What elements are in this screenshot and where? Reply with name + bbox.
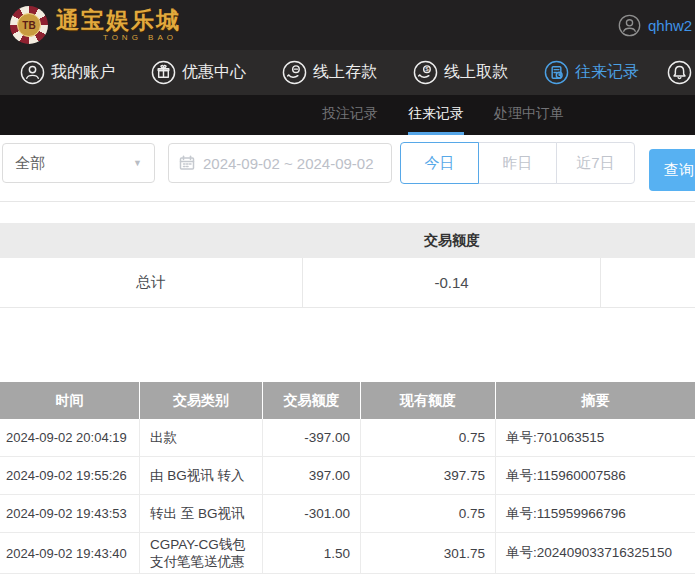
cell-balance: 0.75 <box>361 495 496 532</box>
nav-item-records[interactable]: 往来记录 <box>544 60 639 85</box>
summary-header-spacer <box>601 223 695 258</box>
summary-total-row: 总计 -0.14 <box>0 258 695 308</box>
tab-bet-records[interactable]: 投注记录 <box>322 95 378 135</box>
summary-total-label: 总计 <box>0 258 303 307</box>
nav-label: 线上存款 <box>313 62 377 83</box>
chevron-down-icon: ▼ <box>133 158 142 168</box>
header-amount: 交易额度 <box>263 382 361 419</box>
nav-item-deposit[interactable]: 线上存款 <box>282 60 377 85</box>
cell-time: 2024-09-02 20:04:19 <box>0 419 140 456</box>
type-select[interactable]: 全部 ▼ <box>2 143 155 183</box>
cell-summary: 单号:701063515 <box>496 419 695 456</box>
cell-balance: 397.75 <box>361 457 496 494</box>
summary-table: 交易额度 总计 -0.14 <box>0 223 695 308</box>
nav-label: 往来记录 <box>575 62 639 83</box>
cell-amount: -301.00 <box>263 495 361 532</box>
poker-chip-icon: TB <box>10 6 48 44</box>
cell-summary: 单号:115960007586 <box>496 457 695 494</box>
cell-summary: 单号:115959966796 <box>496 495 695 532</box>
logo-title: 通宝娱乐城 <box>56 8 181 33</box>
deposit-icon <box>282 60 307 85</box>
avatar-icon <box>618 14 641 37</box>
svg-text:$: $ <box>425 65 429 72</box>
summary-total-spacer <box>601 258 695 307</box>
header-type: 交易类别 <box>140 382 263 419</box>
type-select-value: 全部 <box>15 154 45 173</box>
cell-type: CGPAY-CG钱包支付笔笔送优惠 <box>140 533 263 573</box>
user-account[interactable]: qhhw2 <box>618 0 692 50</box>
content-area: 全部 ▼ 2024-09-02 ~ 2024-09-02 今日 昨日 近7日 查… <box>0 142 695 574</box>
today-button[interactable]: 今日 <box>400 142 479 184</box>
cell-type: 转出 至 BG视讯 <box>140 495 263 532</box>
nav-item-my-account[interactable]: 我的账户 <box>20 60 115 85</box>
nav-item-withdraw[interactable]: $ 线上取款 <box>413 60 508 85</box>
site-logo[interactable]: TB 通宝娱乐城 TONG BAO <box>10 6 181 44</box>
logo-subtitle: TONG BAO <box>103 33 177 42</box>
transactions-table: 时间 交易类别 交易额度 现有额度 摘要 2024-09-02 20:04:19… <box>0 382 695 574</box>
summary-header-row: 交易额度 <box>0 223 695 258</box>
cell-balance: 301.75 <box>361 533 496 573</box>
cell-time: 2024-09-02 19:43:40 <box>0 533 140 573</box>
header-summary: 摘要 <box>496 382 695 419</box>
table-row: 2024-09-02 19:43:40 CGPAY-CG钱包支付笔笔送优惠 1.… <box>0 533 695 574</box>
query-button[interactable]: 查询 <box>649 149 695 191</box>
cell-time: 2024-09-02 19:55:26 <box>0 457 140 494</box>
yesterday-button[interactable]: 昨日 <box>478 142 557 184</box>
tab-transaction-records[interactable]: 往来记录 <box>408 95 464 135</box>
topbar: TB 通宝娱乐城 TONG BAO qhhw2 <box>0 0 695 50</box>
tab-pending-orders[interactable]: 处理中订单 <box>494 95 564 135</box>
calendar-icon <box>179 155 195 171</box>
table-header-row: 时间 交易类别 交易额度 现有额度 摘要 <box>0 382 695 419</box>
table-row: 2024-09-02 19:55:26 由 BG视讯 转入 397.00 397… <box>0 457 695 495</box>
date-range-input[interactable]: 2024-09-02 ~ 2024-09-02 <box>168 143 392 183</box>
cell-type: 由 BG视讯 转入 <box>140 457 263 494</box>
cell-amount: -397.00 <box>263 419 361 456</box>
cell-balance: 0.75 <box>361 419 496 456</box>
logo-tb-badge: TB <box>17 13 41 37</box>
gift-icon <box>151 60 176 85</box>
quick-date-buttons: 今日 昨日 近7日 <box>400 142 635 184</box>
nav-label: 线上取款 <box>444 62 508 83</box>
cell-summary: 单号:202409033716325150 <box>496 533 695 573</box>
section-divider <box>0 201 695 202</box>
cell-type: 出款 <box>140 419 263 456</box>
bell-icon <box>667 60 692 85</box>
cell-amount: 397.00 <box>263 457 361 494</box>
main-navigation: 我的账户 优惠中心 线上存款 $ 线上取款 往来记录 <box>0 50 695 95</box>
nav-label: 我的账户 <box>51 62 115 83</box>
nav-item-messages[interactable]: 信息 <box>667 60 695 85</box>
summary-header-spacer <box>0 223 303 258</box>
date-range-value: 2024-09-02 ~ 2024-09-02 <box>203 155 374 172</box>
header-balance: 现有额度 <box>361 382 496 419</box>
nav-label: 优惠中心 <box>182 62 246 83</box>
last7days-button[interactable]: 近7日 <box>556 142 635 184</box>
filter-row: 全部 ▼ 2024-09-02 ~ 2024-09-02 今日 昨日 近7日 <box>0 142 695 184</box>
header-time: 时间 <box>0 382 140 419</box>
user-icon <box>20 60 45 85</box>
username-link[interactable]: qhhw2 <box>648 17 692 34</box>
table-row: 2024-09-02 20:04:19 出款 -397.00 0.75 单号:7… <box>0 419 695 457</box>
cell-time: 2024-09-02 19:43:53 <box>0 495 140 532</box>
summary-header-amount: 交易额度 <box>303 223 601 258</box>
records-tabs: 投注记录 往来记录 处理中订单 <box>0 95 695 135</box>
nav-item-promotions[interactable]: 优惠中心 <box>151 60 246 85</box>
table-row: 2024-09-02 19:43:53 转出 至 BG视讯 -301.00 0.… <box>0 495 695 533</box>
records-icon <box>544 60 569 85</box>
withdraw-icon: $ <box>413 60 438 85</box>
logo-text: 通宝娱乐城 TONG BAO <box>56 8 181 42</box>
cell-amount: 1.50 <box>263 533 361 573</box>
summary-total-value: -0.14 <box>303 258 601 307</box>
